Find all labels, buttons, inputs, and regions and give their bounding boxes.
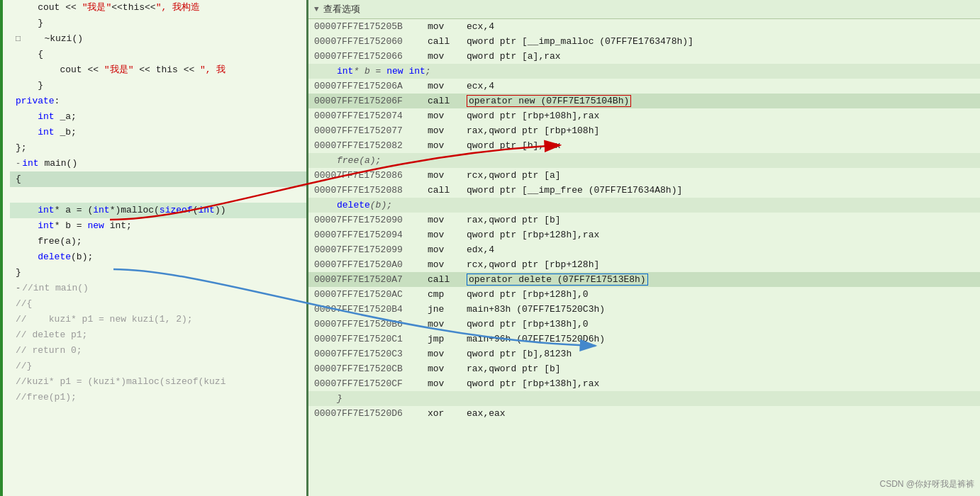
code-line-main: - int main(): [10, 156, 306, 171]
collapse-comment-icon[interactable]: -: [16, 281, 21, 295]
code-line-brace: {: [10, 171, 306, 187]
disasm-row: 00007FF7E17520AC cmp qword ptr [rbp+128h…: [308, 287, 980, 302]
disasm-source-row: }: [308, 391, 980, 406]
code-line-new: int* b = new int;: [10, 218, 306, 234]
disasm-row: 00007FF7E175205B mov ecx,4: [308, 19, 980, 34]
code-line: int _a;: [10, 109, 306, 125]
disasm-row: 00007FF7E1752090 mov rax,qword ptr [b]: [308, 213, 980, 227]
code-line: }: [10, 16, 306, 31]
collapse-main-icon[interactable]: -: [16, 157, 21, 171]
code-line: }: [10, 78, 306, 94]
disasm-row: 00007FF7E1752077 mov rax,qword ptr [rbp+…: [308, 123, 980, 138]
code-line-comment: //kuzi* p1 = (kuzi*)malloc(sizeof(kuzi: [10, 374, 306, 390]
code-line-comment: //free(p1);: [10, 390, 306, 405]
code-line: □ ~kuzi(): [10, 31, 306, 47]
disasm-row: 00007FF7E1752082 mov qword ptr [b],rax: [308, 138, 980, 153]
operator-delete-boxed: operator delete (07FF7E17513E8h): [467, 274, 648, 286]
code-line: int _b;: [10, 125, 306, 140]
code-line: private:: [10, 94, 306, 109]
disasm-source-row-delete: delete(b);: [308, 198, 980, 213]
code-line: cout << "我是"<<this<<", 我构造: [10, 0, 306, 16]
code-line: {: [10, 47, 306, 62]
code-line-free: free(a);: [10, 234, 306, 249]
watermark: CSDN @你好呀我是裤裤: [879, 478, 974, 490]
disasm-row: 00007FF7E17520B4 jne main+83h (07FF7E175…: [308, 302, 980, 317]
collapse-icon[interactable]: □: [16, 32, 21, 46]
left-panel-source: cout << "我是"<<this<<", 我构造 } □ ~kuzi() {…: [0, 0, 308, 496]
disasm-row: 00007FF7E17520B6 mov qword ptr [rbp+138h…: [308, 317, 980, 332]
code-line-comment: //}: [10, 359, 306, 374]
disasm-row: 00007FF7E17520A0 mov rcx,qword ptr [rbp+…: [308, 257, 980, 272]
disasm-source-row: int* b = new int;: [308, 64, 980, 79]
disasm-row: 00007FF7E1752094 mov qword ptr [rbp+128h…: [308, 227, 980, 242]
code-text: cout << "我是"<<this<<", 我构造: [16, 1, 200, 15]
green-bar: [0, 0, 3, 496]
code-line-delete: delete(b);: [10, 249, 306, 265]
code-line: cout << "我是" << this << ", 我: [10, 62, 306, 78]
disasm-row-operator-new: 00007FF7E175206F call operator new (07FF…: [308, 94, 980, 108]
code-line-comment: // kuzi* p1 = new kuzi(1, 2);: [10, 312, 306, 327]
disasm-row: 00007FF7E1752060 call qword ptr [__imp_m…: [308, 34, 980, 49]
disasm-content: 00007FF7E175205B mov ecx,4 00007FF7E1752…: [308, 19, 980, 421]
operator-new-boxed: operator new (07FF7E175104Bh): [467, 95, 631, 107]
code-line: [10, 187, 306, 203]
disasm-row: 00007FF7E17520C1 jmp main+96h (07FF7E175…: [308, 332, 980, 346]
disasm-row: 00007FF7E17520CB mov rax,qword ptr [b]: [308, 361, 980, 376]
disasm-row: 00007FF7E17520CF mov qword ptr [rbp+138h…: [308, 376, 980, 391]
disasm-row: 00007FF7E1752066 mov qword ptr [a],rax: [308, 49, 980, 64]
right-panel-disasm: ▼ 查看选项 00007FF7E175205B mov ecx,4 00007F…: [308, 0, 980, 496]
disasm-row: 00007FF7E1752099 mov edx,4: [308, 242, 980, 257]
disasm-row: 00007FF7E175206A mov ecx,4: [308, 79, 980, 94]
disasm-row-operator-delete: 00007FF7E17520A7 call operator delete (0…: [308, 272, 980, 287]
disasm-source-row: free(a);: [308, 153, 980, 168]
code-line: };: [10, 140, 306, 156]
main-container: cout << "我是"<<this<<", 我构造 } □ ~kuzi() {…: [0, 0, 980, 496]
code-line-malloc: int* a = (int*)malloc(sizeof(int)): [10, 203, 306, 218]
disasm-header-label: 查看选项: [323, 3, 360, 16]
code-line-comment: // return 0;: [10, 343, 306, 359]
code-line-comment: // delete p1;: [10, 327, 306, 343]
disasm-row: 00007FF7E1752086 mov rcx,qword ptr [a]: [308, 168, 980, 183]
disasm-header: ▼ 查看选项: [308, 0, 980, 19]
collapse-disasm-icon[interactable]: ▼: [314, 5, 319, 13]
code-line-comment: - //int main(): [10, 281, 306, 296]
disasm-row: 00007FF7E1752074 mov qword ptr [rbp+108h…: [308, 108, 980, 123]
code-line-comment: //{: [10, 296, 306, 312]
disasm-row: 00007FF7E1752088 call qword ptr [__imp_f…: [308, 183, 980, 198]
disasm-row: 00007FF7E17520D6 xor eax,eax: [308, 406, 980, 421]
disasm-row: 00007FF7E17520C3 mov qword ptr [b],8123h: [308, 346, 980, 361]
code-line: }: [10, 265, 306, 281]
